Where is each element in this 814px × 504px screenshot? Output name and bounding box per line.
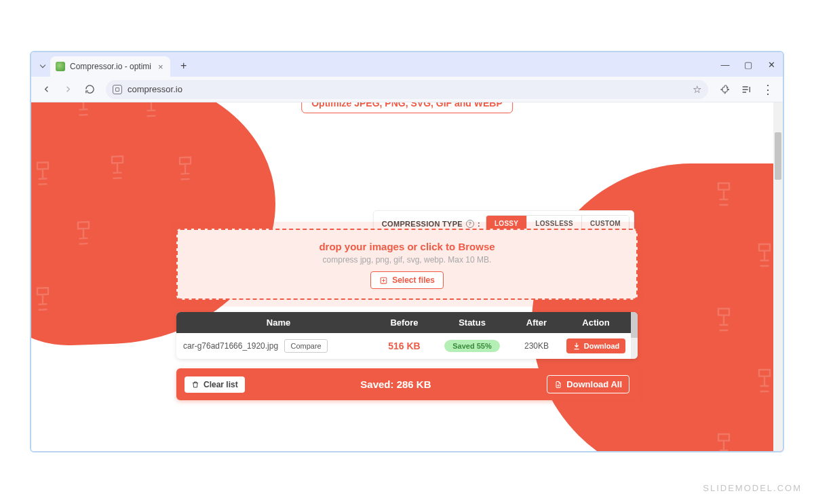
dropzone-subline: compress jpg, png, gif, svg, webp. Max 1… — [191, 255, 623, 265]
th-status: Status — [435, 317, 509, 328]
th-name: Name — [183, 317, 374, 328]
table-header: Name Before Status After Action — [176, 312, 638, 333]
th-action: Action — [564, 317, 628, 328]
address-bar[interactable]: compressor.io ☆ — [106, 80, 708, 99]
favicon-icon — [56, 62, 65, 71]
tab-title: Compressor.io - optimize and c — [70, 62, 151, 71]
upload-icon — [379, 276, 388, 285]
cell-after: 230KB — [509, 341, 564, 351]
window-controls: — ▢ ✕ — [714, 52, 783, 77]
cell-name: car-g76ad71666_1920.jpg Compare — [183, 341, 374, 351]
cell-before: 516 KB — [374, 341, 435, 351]
download-button[interactable]: Download — [566, 338, 626, 353]
compression-type-label: COMPRESSION TYPE ? : — [382, 220, 480, 228]
extensions-icon[interactable] — [715, 80, 734, 99]
reading-list-icon[interactable] — [737, 80, 756, 99]
browser-window: Compressor.io - optimize and c × + — ▢ ✕… — [30, 51, 784, 452]
table-row: car-g76ad71666_1920.jpg Compare 516 KB S… — [176, 333, 638, 359]
watermark: SLIDEMODEL.COM — [703, 483, 802, 493]
site-info-icon[interactable] — [113, 85, 122, 94]
back-button[interactable] — [37, 80, 56, 99]
search-tabs-chevron-icon[interactable] — [40, 62, 45, 68]
file-download-icon — [554, 381, 562, 389]
page-scrollbar[interactable] — [773, 102, 783, 451]
download-all-button[interactable]: Download All — [547, 375, 629, 393]
main-card: drop your images or click to Browse comp… — [176, 229, 638, 400]
browser-menu-icon[interactable]: ⋮ — [758, 80, 777, 99]
dropzone[interactable]: drop your images or click to Browse comp… — [176, 229, 638, 300]
dropzone-headline: drop your images or click to Browse — [191, 241, 623, 252]
clear-list-button[interactable]: Clear list — [185, 376, 245, 393]
trash-icon — [191, 381, 199, 389]
close-tab-icon[interactable]: × — [158, 62, 163, 72]
compare-button[interactable]: Compare — [284, 339, 327, 353]
reload-button[interactable] — [80, 80, 99, 99]
forward-button[interactable] — [58, 80, 77, 99]
bookmark-star-icon[interactable]: ☆ — [693, 83, 701, 96]
th-after: After — [509, 317, 564, 328]
browser-toolbar: compressor.io ☆ ⋮ — [31, 77, 783, 102]
select-files-button[interactable]: Select files — [370, 271, 444, 289]
saved-summary: Saved: 286 KB — [245, 379, 547, 390]
new-tab-button[interactable]: + — [177, 59, 191, 73]
hero-subtitle: Optimize JPEG, PNG, SVG, GIF and WEBP — [301, 102, 513, 113]
table-scrollbar[interactable] — [631, 312, 638, 359]
scrollbar-thumb[interactable] — [775, 132, 781, 180]
help-icon[interactable]: ? — [466, 220, 474, 228]
status-badge: Saved 55% — [444, 340, 499, 352]
browser-title-bar: Compressor.io - optimize and c × + — ▢ ✕ — [31, 52, 783, 77]
close-window-icon[interactable]: ✕ — [760, 52, 783, 77]
cell-action: Download — [564, 338, 628, 353]
minimize-icon[interactable]: — — [714, 52, 737, 77]
cell-status: Saved 55% — [435, 340, 509, 352]
page-viewport: Optimize JPEG, PNG, SVG, GIF and WEBP CO… — [31, 102, 783, 451]
browser-tab[interactable]: Compressor.io - optimize and c × — [50, 56, 170, 77]
th-before: Before — [374, 317, 435, 328]
footer-bar: Clear list Saved: 286 KB Download All — [176, 368, 638, 400]
results-table: Name Before Status After Action car-g76a… — [176, 312, 638, 359]
maximize-icon[interactable]: ▢ — [737, 52, 760, 77]
url-text: compressor.io — [128, 84, 182, 94]
download-icon — [573, 342, 581, 350]
